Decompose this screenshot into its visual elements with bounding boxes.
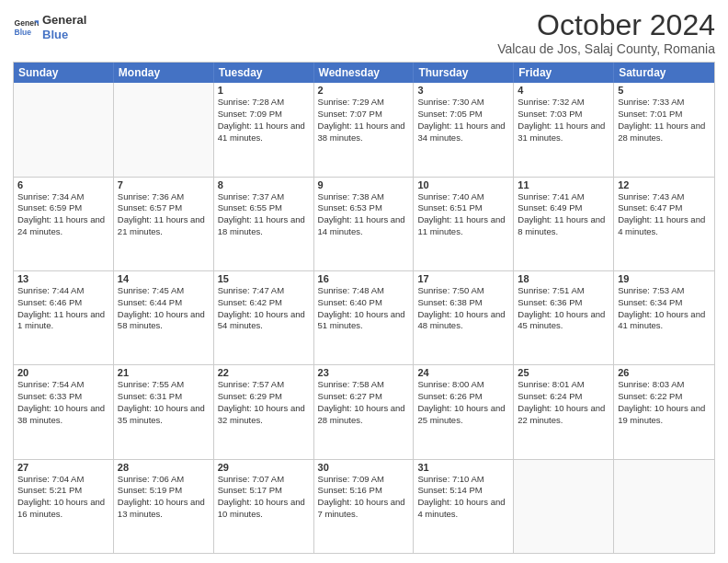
sunrise-text: Sunrise: 7:47 AM bbox=[218, 285, 310, 297]
cal-cell: 22Sunrise: 7:57 AMSunset: 6:29 PMDayligh… bbox=[214, 365, 314, 458]
cal-cell: 14Sunrise: 7:45 AMSunset: 6:44 PMDayligh… bbox=[114, 271, 214, 364]
day-number: 30 bbox=[318, 462, 410, 473]
cal-cell: 10Sunrise: 7:40 AMSunset: 6:51 PMDayligh… bbox=[414, 178, 514, 270]
day-number: 24 bbox=[417, 367, 509, 378]
sunrise-text: Sunrise: 7:44 AM bbox=[17, 285, 109, 297]
sunset-text: Sunset: 6:53 PM bbox=[318, 202, 410, 214]
sunrise-text: Sunrise: 7:29 AM bbox=[318, 97, 410, 109]
cal-cell: 12Sunrise: 7:43 AMSunset: 6:47 PMDayligh… bbox=[614, 178, 714, 270]
sunset-text: Sunset: 6:33 PM bbox=[17, 391, 109, 403]
cal-header-friday: Friday bbox=[514, 63, 614, 83]
daylight-text: Daylight: 10 hours and 7 minutes. bbox=[318, 497, 410, 521]
sunrise-text: Sunrise: 7:38 AM bbox=[318, 191, 410, 203]
day-number: 14 bbox=[118, 273, 210, 284]
daylight-text: Daylight: 11 hours and 24 minutes. bbox=[17, 214, 109, 238]
day-number: 12 bbox=[618, 179, 711, 190]
sunset-text: Sunset: 6:29 PM bbox=[218, 391, 310, 403]
day-number: 2 bbox=[318, 85, 410, 96]
cal-cell: 31Sunrise: 7:10 AMSunset: 5:14 PMDayligh… bbox=[414, 460, 514, 553]
day-number: 26 bbox=[618, 367, 711, 378]
cal-cell: 9Sunrise: 7:38 AMSunset: 6:53 PMDaylight… bbox=[314, 178, 415, 270]
sunset-text: Sunset: 6:55 PM bbox=[218, 202, 310, 214]
sunrise-text: Sunrise: 8:01 AM bbox=[518, 379, 609, 391]
daylight-text: Daylight: 10 hours and 32 minutes. bbox=[218, 403, 310, 427]
month-title: October 2024 bbox=[497, 9, 715, 41]
day-number: 8 bbox=[218, 179, 310, 190]
sunrise-text: Sunrise: 7:54 AM bbox=[17, 379, 109, 391]
sunrise-text: Sunrise: 7:09 AM bbox=[318, 474, 410, 486]
cal-cell: 21Sunrise: 7:55 AMSunset: 6:31 PMDayligh… bbox=[114, 365, 214, 458]
day-number: 4 bbox=[518, 85, 609, 96]
sunrise-text: Sunrise: 7:48 AM bbox=[318, 285, 410, 297]
cal-cell bbox=[514, 460, 614, 553]
daylight-text: Daylight: 10 hours and 19 minutes. bbox=[618, 403, 711, 427]
day-number: 17 bbox=[417, 273, 509, 284]
cal-cell: 13Sunrise: 7:44 AMSunset: 6:46 PMDayligh… bbox=[14, 271, 114, 364]
cal-cell: 3Sunrise: 7:30 AMSunset: 7:05 PMDaylight… bbox=[414, 83, 514, 176]
daylight-text: Daylight: 10 hours and 45 minutes. bbox=[518, 309, 609, 333]
sunset-text: Sunset: 6:22 PM bbox=[618, 391, 711, 403]
sunrise-text: Sunrise: 7:53 AM bbox=[618, 285, 711, 297]
daylight-text: Daylight: 11 hours and 18 minutes. bbox=[218, 214, 310, 238]
day-number: 23 bbox=[318, 367, 410, 378]
cal-cell: 27Sunrise: 7:04 AMSunset: 5:21 PMDayligh… bbox=[14, 460, 114, 553]
cal-cell: 6Sunrise: 7:34 AMSunset: 6:59 PMDaylight… bbox=[14, 178, 114, 270]
calendar: SundayMondayTuesdayWednesdayThursdayFrid… bbox=[13, 62, 715, 554]
sunset-text: Sunset: 5:17 PM bbox=[218, 485, 310, 497]
location: Valcau de Jos, Salaj County, Romania bbox=[497, 41, 715, 56]
daylight-text: Daylight: 11 hours and 11 minutes. bbox=[417, 214, 509, 238]
cal-cell: 4Sunrise: 7:32 AMSunset: 7:03 PMDaylight… bbox=[514, 83, 614, 176]
day-number: 5 bbox=[618, 85, 711, 96]
daylight-text: Daylight: 11 hours and 8 minutes. bbox=[518, 214, 609, 238]
svg-text:General: General bbox=[15, 18, 39, 28]
cal-cell: 17Sunrise: 7:50 AMSunset: 6:38 PMDayligh… bbox=[414, 271, 514, 364]
cal-header-sunday: Sunday bbox=[14, 63, 114, 83]
day-number: 28 bbox=[118, 462, 210, 473]
logo-icon: General Blue bbox=[13, 15, 39, 40]
page: General Blue General Blue October 2024 V… bbox=[0, 0, 728, 563]
cal-cell: 8Sunrise: 7:37 AMSunset: 6:55 PMDaylight… bbox=[214, 178, 314, 270]
sunrise-text: Sunrise: 7:06 AM bbox=[118, 474, 210, 486]
sunrise-text: Sunrise: 7:37 AM bbox=[218, 191, 310, 203]
daylight-text: Daylight: 10 hours and 4 minutes. bbox=[417, 497, 509, 521]
cal-cell: 25Sunrise: 8:01 AMSunset: 6:24 PMDayligh… bbox=[514, 365, 614, 458]
day-number: 20 bbox=[17, 367, 109, 378]
daylight-text: Daylight: 10 hours and 25 minutes. bbox=[417, 403, 509, 427]
daylight-text: Daylight: 10 hours and 54 minutes. bbox=[218, 309, 310, 333]
daylight-text: Daylight: 11 hours and 31 minutes. bbox=[518, 121, 609, 144]
cal-cell: 7Sunrise: 7:36 AMSunset: 6:57 PMDaylight… bbox=[114, 178, 214, 270]
sunrise-text: Sunrise: 7:07 AM bbox=[218, 474, 310, 486]
sunrise-text: Sunrise: 8:03 AM bbox=[618, 379, 711, 391]
sunrise-text: Sunrise: 7:45 AM bbox=[118, 285, 210, 297]
cal-cell: 28Sunrise: 7:06 AMSunset: 5:19 PMDayligh… bbox=[114, 460, 214, 553]
cal-cell: 18Sunrise: 7:51 AMSunset: 6:36 PMDayligh… bbox=[514, 271, 614, 364]
daylight-text: Daylight: 10 hours and 28 minutes. bbox=[318, 403, 410, 427]
cal-week-3: 13Sunrise: 7:44 AMSunset: 6:46 PMDayligh… bbox=[14, 270, 714, 364]
sunrise-text: Sunrise: 8:00 AM bbox=[417, 379, 509, 391]
cal-cell: 30Sunrise: 7:09 AMSunset: 5:16 PMDayligh… bbox=[314, 460, 415, 553]
daylight-text: Daylight: 11 hours and 28 minutes. bbox=[618, 121, 711, 144]
sunrise-text: Sunrise: 7:30 AM bbox=[417, 97, 509, 109]
sunset-text: Sunset: 6:49 PM bbox=[518, 202, 609, 214]
sunset-text: Sunset: 6:59 PM bbox=[17, 202, 109, 214]
cal-week-5: 27Sunrise: 7:04 AMSunset: 5:21 PMDayligh… bbox=[14, 459, 714, 553]
sunrise-text: Sunrise: 7:33 AM bbox=[618, 97, 711, 109]
svg-text:Blue: Blue bbox=[15, 27, 32, 36]
calendar-body: 1Sunrise: 7:28 AMSunset: 7:09 PMDaylight… bbox=[14, 83, 714, 553]
daylight-text: Daylight: 10 hours and 58 minutes. bbox=[118, 309, 210, 333]
day-number: 16 bbox=[318, 273, 410, 284]
day-number: 9 bbox=[318, 179, 410, 190]
sunrise-text: Sunrise: 7:04 AM bbox=[17, 474, 109, 486]
sunrise-text: Sunrise: 7:28 AM bbox=[218, 97, 310, 109]
sunset-text: Sunset: 7:09 PM bbox=[218, 109, 310, 121]
day-number: 29 bbox=[218, 462, 310, 473]
cal-header-thursday: Thursday bbox=[414, 63, 514, 83]
sunset-text: Sunset: 7:07 PM bbox=[318, 109, 410, 121]
day-number: 27 bbox=[17, 462, 109, 473]
day-number: 1 bbox=[218, 85, 310, 96]
sunrise-text: Sunrise: 7:57 AM bbox=[218, 379, 310, 391]
day-number: 22 bbox=[218, 367, 310, 378]
sunset-text: Sunset: 7:05 PM bbox=[417, 109, 509, 121]
day-number: 7 bbox=[118, 179, 210, 190]
daylight-text: Daylight: 10 hours and 10 minutes. bbox=[218, 497, 310, 521]
